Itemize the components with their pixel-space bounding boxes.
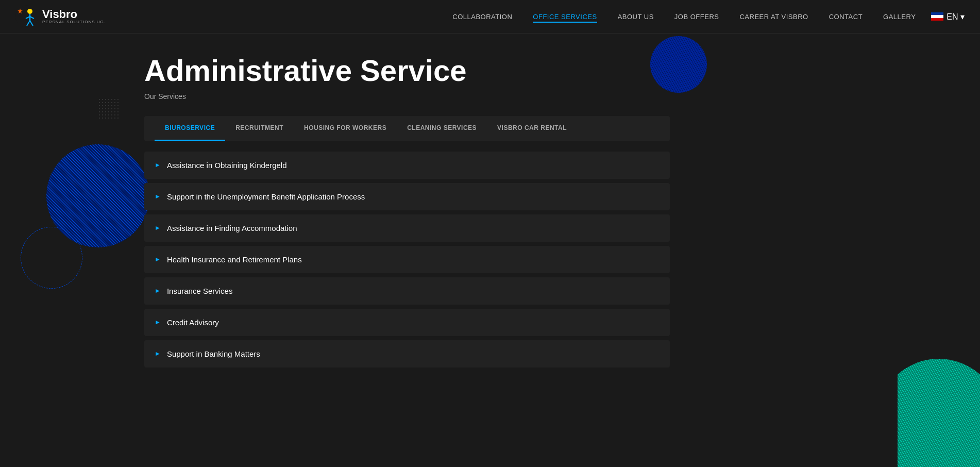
accordion-arrow-accommodation: ►	[155, 224, 161, 231]
accordion-title-unemployment: Support in the Unemployment Benefit Appl…	[167, 192, 365, 201]
tabs-container: BIUROSERVICE RECRUITMENT HOUSING FOR WOR…	[144, 116, 670, 141]
logo-sub: PERSNAL SOLUTIONS UG.	[42, 20, 106, 24]
accordion-arrow-health-insurance: ►	[155, 256, 161, 263]
nav-gallery[interactable]: GALLERY	[883, 13, 916, 21]
page-title: Administrative Service	[144, 54, 824, 87]
accordion-arrow-unemployment: ►	[155, 193, 161, 200]
nav-about-us[interactable]: ABOUT US	[618, 13, 654, 21]
flag-icon	[931, 12, 943, 21]
accordion-title-credit-advisory: Credit Advisory	[167, 318, 219, 327]
navbar: Visbro PERSNAL SOLUTIONS UG. COLLABORATI…	[0, 0, 980, 34]
tab-recruitment[interactable]: RECRUITMENT	[225, 116, 294, 141]
logo[interactable]: Visbro PERSNAL SOLUTIONS UG.	[15, 5, 106, 28]
accordion-item-kindergeld[interactable]: ► Assistance in Obtaining Kindergeld	[144, 152, 670, 179]
accordion-title-insurance-services: Insurance Services	[167, 287, 233, 295]
logo-brand: Visbro	[42, 9, 106, 20]
accordion-title-kindergeld: Assistance in Obtaining Kindergeld	[167, 161, 287, 170]
accordion-title-health-insurance: Health Insurance and Retirement Plans	[167, 255, 302, 264]
nav-office-services[interactable]: OFFICE SERVICES	[533, 13, 597, 23]
tab-biuroservice[interactable]: BIUROSERVICE	[155, 116, 225, 141]
tab-visbro-car-rental[interactable]: VISBRO CAR RENTAL	[487, 116, 577, 141]
svg-point-1	[27, 9, 32, 14]
accordion-item-accommodation[interactable]: ► Assistance in Finding Accommodation	[144, 214, 670, 242]
tab-cleaning-services[interactable]: CLEANING SERVICES	[397, 116, 487, 141]
nav-job-offers[interactable]: JOB OFFERS	[674, 13, 719, 21]
accordion-arrow-insurance-services: ►	[155, 287, 161, 294]
deco-circle-teal-right	[877, 359, 980, 467]
language-selector[interactable]: EN ▾	[931, 12, 965, 22]
accordion-title-accommodation: Assistance in Finding Accommodation	[167, 224, 297, 232]
nav-contact[interactable]: CONTACT	[829, 13, 863, 21]
accordion-arrow-credit-advisory: ►	[155, 319, 161, 326]
accordion-arrow-banking-matters: ►	[155, 350, 161, 357]
lang-label: EN ▾	[947, 12, 965, 22]
accordion-arrow-kindergeld: ►	[155, 161, 161, 169]
nav-links: COLLABORATION OFFICE SERVICES ABOUT US J…	[452, 12, 916, 21]
accordion-item-unemployment[interactable]: ► Support in the Unemployment Benefit Ap…	[144, 183, 670, 210]
svg-point-0	[15, 5, 38, 28]
accordion-item-banking-matters[interactable]: ► Support in Banking Matters	[144, 340, 670, 368]
tab-housing-for-workers[interactable]: HOUSING FOR WORKERS	[294, 116, 397, 141]
page-subtitle: Our Services	[144, 92, 824, 101]
accordion-item-credit-advisory[interactable]: ► Credit Advisory	[144, 309, 670, 336]
accordion-item-insurance-services[interactable]: ► Insurance Services	[144, 277, 670, 305]
nav-career[interactable]: CAREER AT VISBRO	[739, 13, 808, 21]
nav-collaboration[interactable]: COLLABORATION	[452, 13, 512, 21]
accordion-title-banking-matters: Support in Banking Matters	[167, 349, 260, 358]
accordion-item-health-insurance[interactable]: ► Health Insurance and Retirement Plans	[144, 246, 670, 273]
main-content: Administrative Service Our Services BIUR…	[0, 34, 824, 392]
accordion-container: ► Assistance in Obtaining Kindergeld ► S…	[144, 152, 670, 368]
